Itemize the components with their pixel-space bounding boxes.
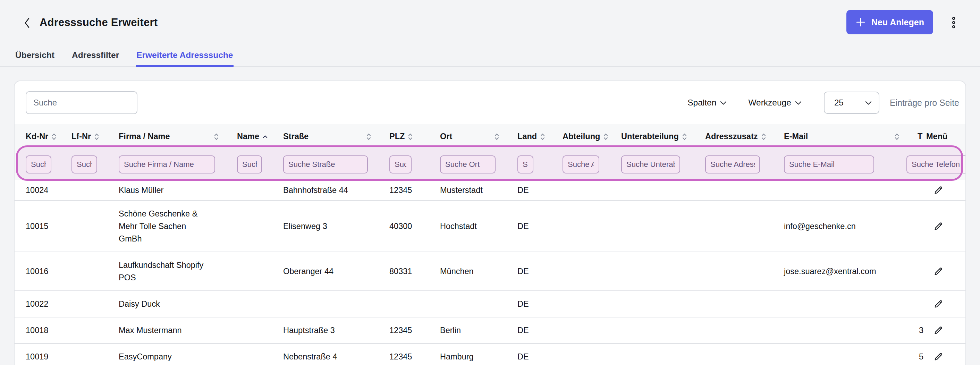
column-label: Menü <box>926 132 947 141</box>
column-header-abteilung[interactable]: Abteilung <box>563 124 621 149</box>
row-edit-button[interactable] <box>926 325 943 335</box>
sort-icon <box>494 132 500 141</box>
tools-dropdown[interactable]: Werkzeuge <box>748 98 801 108</box>
table-row[interactable]: 10022 Daisy Duck DE <box>14 291 966 317</box>
cell-firma-name: Max Mustermann <box>119 317 237 343</box>
cell-abteilung <box>563 343 621 365</box>
filter-input-telefon[interactable] <box>907 156 966 173</box>
cell-adresszusatz <box>705 200 784 252</box>
pencil-icon <box>933 266 943 276</box>
cell-name <box>237 343 283 365</box>
cell-telefon-count: 5 <box>918 343 926 365</box>
cell-unterabteilung <box>621 317 705 343</box>
cell-adresszusatz <box>705 291 784 317</box>
cell-adresszusatz <box>705 252 784 291</box>
filter-input-unterabteilung[interactable] <box>621 156 680 173</box>
entries-per-page-label: Einträge pro Seite <box>890 98 959 108</box>
sort-icon <box>682 132 687 141</box>
page-size-value: 25 <box>834 98 844 108</box>
filter-input-lf-nr[interactable] <box>72 156 97 173</box>
column-header-telefon[interactable]: T <box>918 124 926 149</box>
column-header-name[interactable]: Name <box>237 124 283 149</box>
sort-icon <box>94 132 99 141</box>
table-row[interactable]: 10016 Laufkundschaft Shopify POS Oberang… <box>14 252 966 291</box>
column-label: E-Mail <box>784 132 808 141</box>
cell-menue <box>926 291 966 317</box>
column-header-plz[interactable]: PLZ <box>389 124 440 149</box>
column-header-strasse[interactable]: Straße <box>283 124 389 149</box>
filter-input-plz[interactable] <box>389 156 412 173</box>
column-header-kd-nr[interactable]: Kd-Nr <box>14 124 72 149</box>
cell-strasse: Elisenweg 3 <box>283 200 389 252</box>
table-header-row: Kd-Nr Lf-Nr Firma / Name Name Straße PLZ… <box>14 124 966 149</box>
new-anlegen-button[interactable]: Neu Anlegen <box>846 10 933 34</box>
cell-strasse: Bahnhofstraße 44 <box>283 180 389 200</box>
cell-abteilung <box>563 200 621 252</box>
cell-unterabteilung <box>621 180 705 200</box>
table-row[interactable]: 10018 Max Mustermann Hauptstraße 3 12345… <box>14 317 966 343</box>
cell-firma-name: Klaus Müller <box>119 180 237 200</box>
column-label: Name <box>237 132 259 141</box>
column-header-firma-name[interactable]: Firma / Name <box>119 124 237 149</box>
cell-lf-nr <box>72 343 119 365</box>
cell-kd-nr: 10018 <box>14 317 72 343</box>
columns-dropdown[interactable]: Spalten <box>687 98 727 108</box>
more-menu-button[interactable] <box>945 13 962 32</box>
column-header-adresszusatz[interactable]: Adresszusatz <box>705 124 784 149</box>
tab-adressfilter[interactable]: Adressfilter <box>71 45 120 67</box>
row-edit-button[interactable] <box>926 266 943 276</box>
pencil-icon <box>933 185 943 195</box>
column-label: Firma / Name <box>119 132 170 141</box>
row-edit-button[interactable] <box>926 299 943 309</box>
table-row[interactable]: 10015 Schöne Geschenke & Mehr Tolle Sach… <box>14 200 966 252</box>
cell-name <box>237 180 283 200</box>
pencil-icon <box>933 299 943 309</box>
search-input[interactable] <box>26 91 137 114</box>
table-row[interactable]: 10024 Klaus Müller Bahnhofstraße 44 1234… <box>14 180 966 200</box>
cell-adresszusatz <box>705 343 784 365</box>
table-row[interactable]: 10019 EasyCompany Nebenstraße 4 12345 Ha… <box>14 343 966 365</box>
top-header: Adresssuche Erweitert Neu Anlegen <box>0 0 980 45</box>
row-edit-button[interactable] <box>926 185 943 195</box>
column-header-menue[interactable]: Menü <box>926 124 966 149</box>
cell-ort: Hochstadt <box>440 200 517 252</box>
cell-plz: 12345 <box>389 317 440 343</box>
row-edit-button[interactable] <box>926 221 943 232</box>
page-size-select[interactable]: 25 <box>824 92 879 114</box>
chevron-down-icon <box>865 101 872 105</box>
cell-email: info@geschenke.cn <box>784 200 918 252</box>
filter-input-ort[interactable] <box>440 156 496 173</box>
cell-unterabteilung <box>621 252 705 291</box>
new-anlegen-label: Neu Anlegen <box>871 17 924 27</box>
row-edit-button[interactable] <box>926 351 943 362</box>
filter-input-name[interactable] <box>237 156 262 173</box>
cell-plz: 40300 <box>389 200 440 252</box>
filter-input-strasse[interactable] <box>283 156 368 173</box>
filter-input-abteilung[interactable] <box>563 156 599 173</box>
column-header-land[interactable]: Land <box>517 124 563 149</box>
cell-lf-nr <box>72 180 119 200</box>
cell-name <box>237 291 283 317</box>
column-header-lf-nr[interactable]: Lf-Nr <box>72 124 119 149</box>
pencil-icon <box>933 325 943 335</box>
filter-input-adresszusatz[interactable] <box>705 156 760 173</box>
filter-input-kd-nr[interactable] <box>26 156 51 173</box>
column-label: Unterabteilung <box>621 132 679 141</box>
tab-uebersicht[interactable]: Übersicht <box>14 45 55 67</box>
column-header-ort[interactable]: Ort <box>440 124 517 149</box>
cell-ort: Musterstadt <box>440 180 517 200</box>
back-button[interactable] <box>19 14 35 32</box>
columns-dropdown-label: Spalten <box>687 98 716 108</box>
cell-land: DE <box>517 291 563 317</box>
tab-erweiterte-adresssuche[interactable]: Erweiterte Adresssuche <box>136 45 234 67</box>
column-header-unterabteilung[interactable]: Unterabteilung <box>621 124 705 149</box>
sort-icon <box>408 132 413 141</box>
filter-input-firma-name[interactable] <box>119 156 215 173</box>
cell-lf-nr <box>72 317 119 343</box>
column-header-email[interactable]: E-Mail <box>784 124 918 149</box>
chevron-down-icon <box>795 101 802 105</box>
filter-input-email[interactable] <box>784 156 874 173</box>
cell-abteilung <box>563 252 621 291</box>
filter-input-land[interactable] <box>517 156 533 173</box>
sort-icon <box>894 132 899 141</box>
